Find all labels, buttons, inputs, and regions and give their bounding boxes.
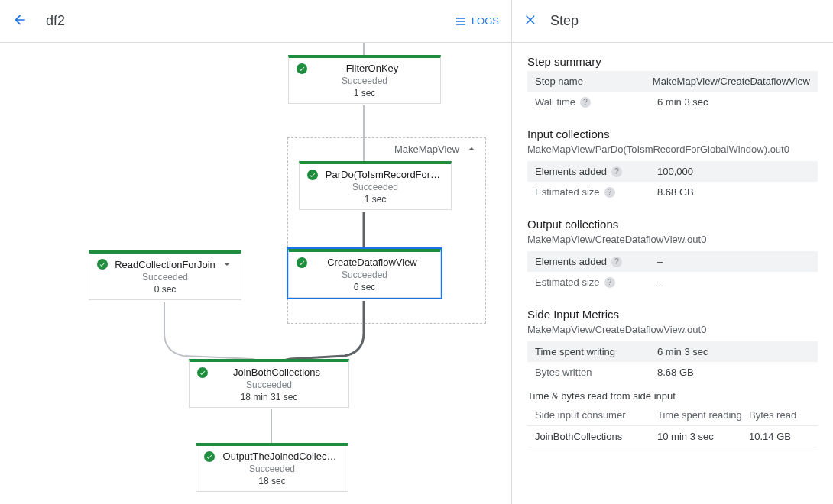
th-bytes: Bytes read bbox=[749, 409, 810, 421]
help-icon[interactable]: ? bbox=[611, 257, 622, 267]
summary-title: Step summary bbox=[527, 55, 818, 68]
node-createdataflowview[interactable]: CreateDataflowView Succeeded 6 sec bbox=[288, 249, 441, 298]
input-title: Input collections bbox=[527, 128, 818, 141]
panel-title: Step bbox=[550, 13, 579, 29]
success-icon bbox=[307, 170, 318, 180]
section-summary: Step summary Step nameMakeMapView/Create… bbox=[527, 55, 818, 112]
table-row: JoinBothCollections10 min 3 sec10.14 GB bbox=[527, 426, 818, 447]
section-output: Output collections MakeMapView/CreateDat… bbox=[527, 218, 818, 292]
success-icon bbox=[297, 63, 307, 74]
node-readcollection[interactable]: ReadCollectionForJoin Succeeded 0 sec bbox=[89, 250, 241, 300]
success-icon bbox=[197, 367, 208, 378]
node-pardo[interactable]: ParDo(ToIsmRecordFor… Succeeded 1 sec bbox=[299, 161, 452, 210]
side-table: Side input consumer Time spent reading B… bbox=[527, 405, 818, 447]
kv-row: Estimated size?– bbox=[527, 272, 818, 292]
kv-row: Elements added?– bbox=[527, 251, 818, 272]
logs-icon bbox=[455, 15, 467, 27]
section-side: Side Input Metrics MakeMapView/CreateDat… bbox=[527, 308, 818, 447]
node-outputjoined[interactable]: OutputTheJoinedCollec… Succeeded 18 sec bbox=[196, 443, 348, 492]
side-sub: MakeMapView/CreateDataflowView.out0 bbox=[527, 324, 818, 335]
input-sub: MakeMapView/ParDo(ToIsmRecordForGlobalWi… bbox=[527, 144, 818, 155]
success-icon bbox=[297, 257, 307, 268]
details-panel: Step Step summary Step nameMakeMapView/C… bbox=[512, 0, 833, 504]
chevron-up-icon bbox=[465, 143, 478, 155]
output-sub: MakeMapView/CreateDataflowView.out0 bbox=[527, 234, 818, 245]
chevron-down-icon bbox=[221, 258, 233, 270]
help-icon[interactable]: ? bbox=[580, 97, 591, 108]
help-icon[interactable]: ? bbox=[611, 166, 622, 177]
node-filteronkey[interactable]: FilterOnKey Succeeded 1 sec bbox=[288, 55, 441, 104]
kv-row: Estimated size?8.68 GB bbox=[527, 182, 818, 202]
logs-label: LOGS bbox=[472, 15, 499, 27]
kv-row: Bytes written8.68 GB bbox=[527, 362, 818, 383]
kv-row: Time spent writing6 min 3 sec bbox=[527, 341, 818, 362]
job-name: df2 bbox=[46, 13, 65, 29]
graph-pane: df2 LOGS MakeMapView bbox=[0, 0, 512, 504]
kv-row: Step nameMakeMapView/CreateDataflowView bbox=[527, 71, 818, 92]
success-icon bbox=[204, 451, 215, 462]
th-time: Time spent reading bbox=[657, 409, 749, 421]
output-title: Output collections bbox=[527, 218, 818, 231]
kv-row: Elements added?100,000 bbox=[527, 161, 818, 182]
success-icon bbox=[97, 259, 108, 270]
help-icon[interactable]: ? bbox=[604, 187, 615, 198]
header: df2 LOGS bbox=[0, 0, 511, 43]
section-input: Input collections MakeMapView/ParDo(ToIs… bbox=[527, 128, 818, 202]
graph-canvas[interactable]: MakeMapView FilterOnKey Succeeded 1 sec … bbox=[0, 43, 511, 504]
side-title: Side Input Metrics bbox=[527, 308, 818, 321]
back-arrow-icon[interactable] bbox=[12, 12, 28, 30]
node-joinbothcollections[interactable]: JoinBothCollections Succeeded 18 min 31 … bbox=[189, 359, 349, 408]
kv-row: Wall time?6 min 3 sec bbox=[527, 92, 818, 112]
help-icon[interactable]: ? bbox=[604, 277, 615, 288]
group-label[interactable]: MakeMapView bbox=[394, 143, 478, 155]
close-icon[interactable] bbox=[524, 13, 538, 29]
logs-button[interactable]: LOGS bbox=[455, 15, 499, 27]
th-consumer: Side input consumer bbox=[535, 409, 657, 421]
side-table-title: Time & bytes read from side input bbox=[527, 390, 818, 402]
